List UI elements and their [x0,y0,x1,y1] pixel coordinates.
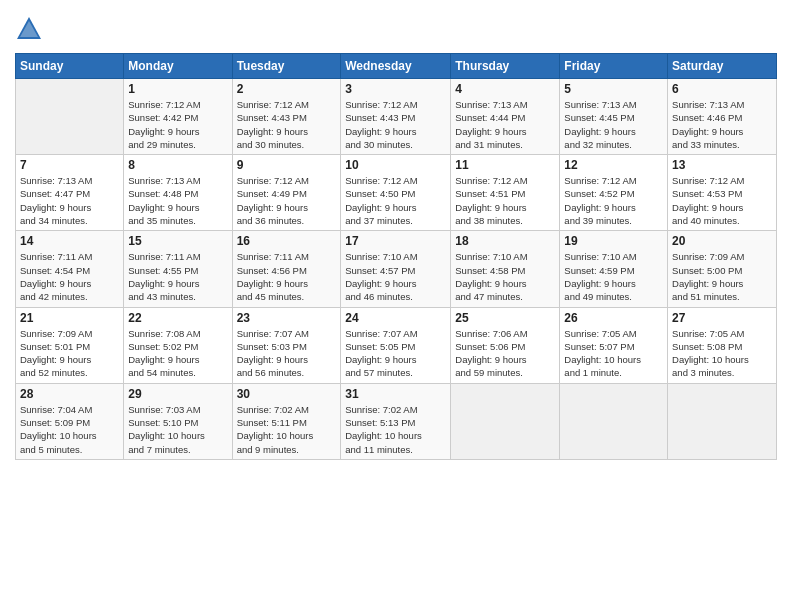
day-info: Sunrise: 7:12 AM Sunset: 4:43 PM Dayligh… [237,98,337,151]
calendar-cell [16,79,124,155]
calendar-cell: 16Sunrise: 7:11 AM Sunset: 4:56 PM Dayli… [232,231,341,307]
calendar-week-row: 21Sunrise: 7:09 AM Sunset: 5:01 PM Dayli… [16,307,777,383]
day-number: 3 [345,82,446,96]
day-number: 21 [20,311,119,325]
calendar-cell: 2Sunrise: 7:12 AM Sunset: 4:43 PM Daylig… [232,79,341,155]
calendar-cell: 21Sunrise: 7:09 AM Sunset: 5:01 PM Dayli… [16,307,124,383]
day-number: 5 [564,82,663,96]
day-number: 1 [128,82,227,96]
day-number: 30 [237,387,337,401]
day-number: 10 [345,158,446,172]
calendar-cell [668,383,777,459]
weekday-header-cell: Thursday [451,54,560,79]
day-number: 11 [455,158,555,172]
day-number: 28 [20,387,119,401]
calendar-cell: 13Sunrise: 7:12 AM Sunset: 4:53 PM Dayli… [668,155,777,231]
day-number: 27 [672,311,772,325]
weekday-header-cell: Wednesday [341,54,451,79]
day-number: 23 [237,311,337,325]
calendar-cell: 25Sunrise: 7:06 AM Sunset: 5:06 PM Dayli… [451,307,560,383]
day-number: 8 [128,158,227,172]
day-info: Sunrise: 7:04 AM Sunset: 5:09 PM Dayligh… [20,403,119,456]
calendar-cell: 12Sunrise: 7:12 AM Sunset: 4:52 PM Dayli… [560,155,668,231]
day-number: 18 [455,234,555,248]
calendar-cell: 5Sunrise: 7:13 AM Sunset: 4:45 PM Daylig… [560,79,668,155]
day-info: Sunrise: 7:09 AM Sunset: 5:01 PM Dayligh… [20,327,119,380]
calendar-cell: 29Sunrise: 7:03 AM Sunset: 5:10 PM Dayli… [124,383,232,459]
logo-icon [15,15,43,43]
calendar-week-row: 14Sunrise: 7:11 AM Sunset: 4:54 PM Dayli… [16,231,777,307]
calendar-cell: 28Sunrise: 7:04 AM Sunset: 5:09 PM Dayli… [16,383,124,459]
day-info: Sunrise: 7:11 AM Sunset: 4:55 PM Dayligh… [128,250,227,303]
day-info: Sunrise: 7:05 AM Sunset: 5:07 PM Dayligh… [564,327,663,380]
calendar-cell: 11Sunrise: 7:12 AM Sunset: 4:51 PM Dayli… [451,155,560,231]
weekday-header-cell: Monday [124,54,232,79]
day-number: 26 [564,311,663,325]
logo [15,15,47,43]
day-info: Sunrise: 7:10 AM Sunset: 4:57 PM Dayligh… [345,250,446,303]
day-info: Sunrise: 7:07 AM Sunset: 5:03 PM Dayligh… [237,327,337,380]
day-info: Sunrise: 7:12 AM Sunset: 4:52 PM Dayligh… [564,174,663,227]
day-number: 29 [128,387,227,401]
day-info: Sunrise: 7:12 AM Sunset: 4:49 PM Dayligh… [237,174,337,227]
calendar-cell: 15Sunrise: 7:11 AM Sunset: 4:55 PM Dayli… [124,231,232,307]
day-info: Sunrise: 7:11 AM Sunset: 4:56 PM Dayligh… [237,250,337,303]
calendar-cell: 19Sunrise: 7:10 AM Sunset: 4:59 PM Dayli… [560,231,668,307]
weekday-header-cell: Saturday [668,54,777,79]
calendar-cell: 26Sunrise: 7:05 AM Sunset: 5:07 PM Dayli… [560,307,668,383]
weekday-header-cell: Tuesday [232,54,341,79]
day-number: 31 [345,387,446,401]
day-number: 4 [455,82,555,96]
calendar-cell: 23Sunrise: 7:07 AM Sunset: 5:03 PM Dayli… [232,307,341,383]
day-info: Sunrise: 7:12 AM Sunset: 4:53 PM Dayligh… [672,174,772,227]
calendar-cell: 7Sunrise: 7:13 AM Sunset: 4:47 PM Daylig… [16,155,124,231]
calendar-week-row: 1Sunrise: 7:12 AM Sunset: 4:42 PM Daylig… [16,79,777,155]
day-info: Sunrise: 7:10 AM Sunset: 4:58 PM Dayligh… [455,250,555,303]
calendar-cell: 8Sunrise: 7:13 AM Sunset: 4:48 PM Daylig… [124,155,232,231]
day-number: 20 [672,234,772,248]
day-info: Sunrise: 7:08 AM Sunset: 5:02 PM Dayligh… [128,327,227,380]
day-number: 14 [20,234,119,248]
day-info: Sunrise: 7:13 AM Sunset: 4:46 PM Dayligh… [672,98,772,151]
calendar-body: 1Sunrise: 7:12 AM Sunset: 4:42 PM Daylig… [16,79,777,460]
day-info: Sunrise: 7:13 AM Sunset: 4:47 PM Dayligh… [20,174,119,227]
day-number: 24 [345,311,446,325]
calendar-cell: 27Sunrise: 7:05 AM Sunset: 5:08 PM Dayli… [668,307,777,383]
day-info: Sunrise: 7:02 AM Sunset: 5:11 PM Dayligh… [237,403,337,456]
day-info: Sunrise: 7:13 AM Sunset: 4:48 PM Dayligh… [128,174,227,227]
calendar-cell: 10Sunrise: 7:12 AM Sunset: 4:50 PM Dayli… [341,155,451,231]
calendar-cell [451,383,560,459]
day-info: Sunrise: 7:10 AM Sunset: 4:59 PM Dayligh… [564,250,663,303]
calendar-cell: 17Sunrise: 7:10 AM Sunset: 4:57 PM Dayli… [341,231,451,307]
day-number: 15 [128,234,227,248]
day-info: Sunrise: 7:05 AM Sunset: 5:08 PM Dayligh… [672,327,772,380]
calendar-week-row: 7Sunrise: 7:13 AM Sunset: 4:47 PM Daylig… [16,155,777,231]
day-info: Sunrise: 7:12 AM Sunset: 4:50 PM Dayligh… [345,174,446,227]
calendar-cell: 6Sunrise: 7:13 AM Sunset: 4:46 PM Daylig… [668,79,777,155]
calendar-cell: 3Sunrise: 7:12 AM Sunset: 4:43 PM Daylig… [341,79,451,155]
calendar-cell: 4Sunrise: 7:13 AM Sunset: 4:44 PM Daylig… [451,79,560,155]
day-number: 16 [237,234,337,248]
weekday-header-cell: Sunday [16,54,124,79]
day-number: 22 [128,311,227,325]
day-info: Sunrise: 7:07 AM Sunset: 5:05 PM Dayligh… [345,327,446,380]
day-number: 13 [672,158,772,172]
calendar-cell: 20Sunrise: 7:09 AM Sunset: 5:00 PM Dayli… [668,231,777,307]
page-container: SundayMondayTuesdayWednesdayThursdayFrid… [0,0,792,470]
day-number: 19 [564,234,663,248]
calendar-cell: 24Sunrise: 7:07 AM Sunset: 5:05 PM Dayli… [341,307,451,383]
calendar-cell [560,383,668,459]
day-number: 9 [237,158,337,172]
calendar-cell: 30Sunrise: 7:02 AM Sunset: 5:11 PM Dayli… [232,383,341,459]
calendar-cell: 14Sunrise: 7:11 AM Sunset: 4:54 PM Dayli… [16,231,124,307]
day-number: 17 [345,234,446,248]
calendar-cell: 1Sunrise: 7:12 AM Sunset: 4:42 PM Daylig… [124,79,232,155]
day-info: Sunrise: 7:12 AM Sunset: 4:51 PM Dayligh… [455,174,555,227]
day-number: 12 [564,158,663,172]
day-number: 2 [237,82,337,96]
day-info: Sunrise: 7:02 AM Sunset: 5:13 PM Dayligh… [345,403,446,456]
page-header [15,15,777,43]
day-number: 7 [20,158,119,172]
day-info: Sunrise: 7:12 AM Sunset: 4:42 PM Dayligh… [128,98,227,151]
calendar-cell: 22Sunrise: 7:08 AM Sunset: 5:02 PM Dayli… [124,307,232,383]
